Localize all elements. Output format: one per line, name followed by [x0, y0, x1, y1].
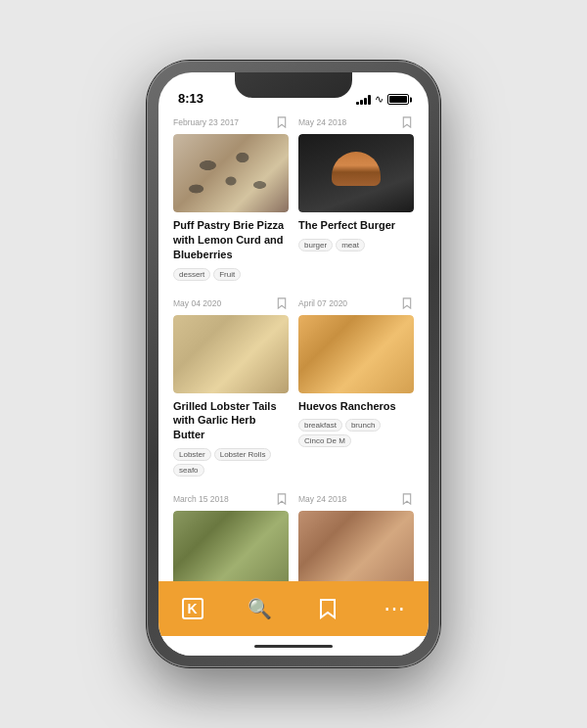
tag: brunch — [345, 419, 381, 432]
tag: breakfast — [298, 419, 342, 432]
recipes-grid: February 23 2017 Puff Pastry Brie Pizza … — [158, 110, 429, 581]
tag: seafo — [173, 464, 204, 477]
notch — [235, 72, 352, 98]
card-image-burger — [298, 134, 414, 212]
tag: Lobster Rolls — [214, 448, 272, 461]
recipe-card-tbone[interactable]: May 24 2018 The Best Grilled T-Bone Stea… — [294, 486, 419, 581]
more-icon: ⋯ — [384, 598, 407, 619]
tab-bookmarks[interactable] — [306, 587, 349, 630]
tag: Lobster — [173, 448, 211, 461]
tag: burger — [298, 239, 333, 251]
card-title: The Perfect Burger — [298, 218, 414, 233]
card-meta: April 07 2020 — [298, 296, 414, 310]
card-title: Puff Pastry Brie Pizza with Lemon Curd a… — [173, 218, 289, 262]
phone-wrapper: 8:13 ∿ — [147, 61, 440, 667]
battery-icon — [387, 94, 409, 105]
status-icons: ∿ — [356, 93, 409, 106]
card-date: May 24 2018 — [298, 117, 346, 127]
tab-search[interactable]: 🔍 — [239, 587, 282, 630]
wifi-icon: ∿ — [375, 93, 384, 106]
tag: meat — [336, 239, 365, 251]
bookmark-button[interactable] — [400, 115, 414, 129]
phone-screen: 8:13 ∿ — [158, 72, 429, 656]
card-date: February 23 2017 — [173, 117, 239, 127]
card-image-pastry — [173, 134, 289, 212]
card-tags: breakfast brunch Cinco De M — [298, 419, 414, 447]
tab-more[interactable]: ⋯ — [374, 587, 417, 630]
signal-icon — [356, 95, 371, 105]
tag: dessert — [173, 268, 210, 281]
card-meta: May 04 2020 — [173, 296, 289, 310]
bookmark-button[interactable] — [400, 492, 414, 506]
phone-shell: 8:13 ∿ — [147, 61, 440, 667]
recipe-card-huevos[interactable]: April 07 2020 Huevos Rancheros — [294, 291, 419, 487]
card-date: May 24 2018 — [298, 494, 346, 504]
card-image-huevos — [298, 315, 414, 393]
tab-bar: K 🔍 ⋯ — [158, 581, 429, 636]
recipe-card-burger[interactable]: May 24 2018 The Perfect Burger — [294, 110, 419, 291]
card-date: April 07 2020 — [298, 298, 347, 308]
card-image-tbone — [298, 511, 414, 581]
card-title: Huevos Rancheros — [298, 399, 414, 414]
tab-home[interactable]: K — [171, 587, 214, 630]
card-date: May 04 2020 — [173, 298, 221, 308]
recipe-card-pastry[interactable]: February 23 2017 Puff Pastry Brie Pizza … — [168, 110, 294, 291]
bookmark-button[interactable] — [275, 296, 289, 310]
card-meta: May 24 2018 — [298, 492, 414, 506]
home-indicator — [158, 636, 429, 656]
tag: Fruit — [213, 268, 241, 281]
card-tags: dessert Fruit — [173, 268, 289, 281]
scroll-area[interactable]: February 23 2017 Puff Pastry Brie Pizza … — [158, 110, 429, 581]
card-meta: February 23 2017 — [173, 115, 289, 129]
home-bar — [254, 645, 333, 648]
card-image-lobster — [173, 315, 289, 393]
card-tags: Lobster Lobster Rolls seafo — [173, 448, 289, 477]
recipe-card-lobster[interactable]: May 04 2020 Grilled Lobster Tails with G… — [168, 291, 294, 487]
card-title: Grilled Lobster Tails with Garlic Herb B… — [173, 399, 289, 443]
card-meta: May 24 2018 — [298, 115, 414, 129]
bookmark-button[interactable] — [400, 296, 414, 310]
card-date: March 15 2018 — [173, 494, 229, 504]
card-image-tacos — [173, 511, 289, 581]
bookmark-tab-icon — [319, 598, 337, 619]
bookmark-button[interactable] — [275, 492, 289, 506]
recipe-card-tacos[interactable]: March 15 2018 Blackened Trout Tacos with… — [168, 486, 294, 581]
card-meta: March 15 2018 — [173, 492, 289, 506]
card-tags: burger meat — [298, 239, 414, 251]
home-icon: K — [182, 598, 203, 619]
bookmark-button[interactable] — [275, 115, 289, 129]
tag: Cinco De M — [298, 434, 351, 447]
status-time: 8:13 — [178, 91, 203, 106]
search-icon: 🔍 — [248, 597, 272, 620]
